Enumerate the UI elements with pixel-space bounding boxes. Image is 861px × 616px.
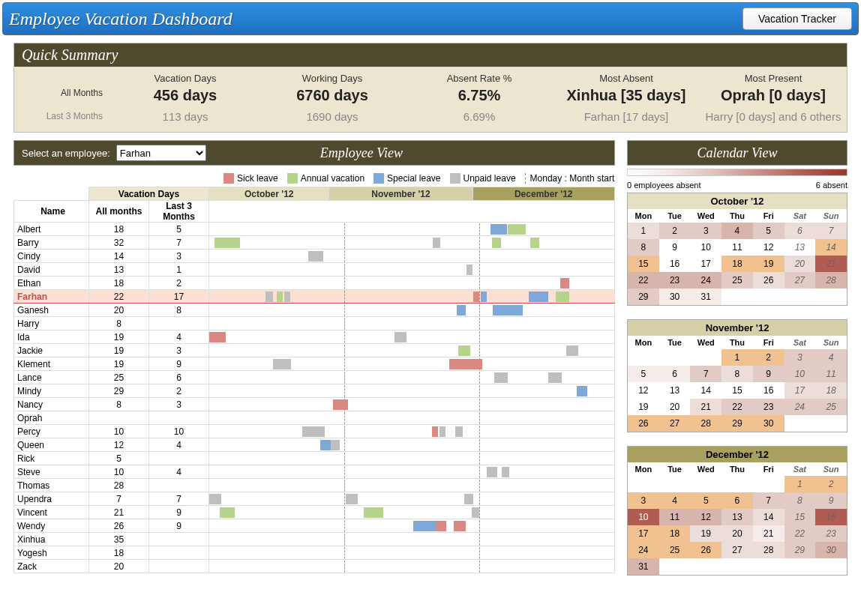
calendar-day[interactable]: 11 (659, 509, 691, 525)
table-row[interactable]: Rick 5 (14, 452, 615, 465)
calendar-day[interactable]: 23 (659, 272, 691, 289)
calendar-day[interactable]: 20 (784, 256, 816, 272)
calendar-day[interactable]: 18 (659, 525, 691, 542)
table-row[interactable]: Nancy 8 3 (14, 398, 615, 411)
calendar-day[interactable]: 8 (722, 366, 753, 382)
calendar-day[interactable]: 1 (784, 476, 816, 492)
calendar-day[interactable]: 15 (628, 256, 659, 272)
calendar-day[interactable]: 3 (690, 223, 722, 239)
calendar-day[interactable]: 23 (815, 525, 847, 542)
table-row[interactable]: David 13 1 (14, 263, 615, 277)
calendar-day[interactable]: 17 (628, 525, 659, 542)
calendar-day[interactable]: 29 (784, 542, 816, 558)
table-row[interactable]: Harry 8 (14, 317, 615, 330)
calendar-day[interactable]: 25 (659, 542, 691, 558)
table-row[interactable]: Farhan 22 17 (14, 290, 615, 304)
table-row[interactable]: Thomas 28 (14, 479, 615, 492)
calendar-day[interactable]: 12 (753, 239, 784, 256)
table-row[interactable]: Albert 18 5 (14, 223, 615, 236)
vacation-tracker-button[interactable]: Vacation Tracker (742, 7, 852, 30)
calendar-day[interactable]: 5 (690, 492, 722, 509)
calendar-day[interactable]: 25 (815, 399, 847, 415)
table-row[interactable]: Vincent 21 9 (14, 506, 615, 519)
table-row[interactable]: Upendra 7 7 (14, 492, 615, 506)
calendar-day[interactable]: 10 (628, 509, 659, 525)
calendar-day[interactable]: 4 (722, 223, 753, 239)
calendar-day[interactable]: 8 (628, 239, 659, 256)
calendar-day[interactable]: 14 (753, 509, 784, 525)
calendar-day[interactable]: 23 (753, 399, 784, 415)
calendar-day[interactable]: 30 (659, 289, 691, 305)
table-row[interactable]: Xinhua 35 (14, 533, 615, 546)
calendar-day[interactable]: 14 (815, 239, 847, 256)
calendar-day[interactable]: 17 (690, 256, 722, 272)
calendar-day[interactable]: 9 (659, 239, 691, 256)
calendar-day[interactable]: 19 (690, 525, 722, 542)
calendar-day[interactable]: 11 (722, 239, 753, 256)
calendar-day[interactable]: 21 (690, 399, 722, 415)
calendar-day[interactable]: 19 (628, 399, 659, 415)
calendar-day[interactable]: 26 (753, 272, 784, 289)
calendar-day[interactable]: 18 (815, 382, 847, 399)
calendar-day[interactable]: 20 (659, 399, 691, 415)
calendar-day[interactable]: 1 (722, 349, 753, 366)
calendar-day[interactable]: 18 (722, 256, 753, 272)
calendar-day[interactable]: 26 (690, 542, 722, 558)
table-row[interactable]: Queen 12 4 (14, 438, 615, 452)
calendar-day[interactable]: 6 (659, 366, 691, 382)
calendar-day[interactable]: 24 (784, 399, 816, 415)
calendar-day[interactable]: 2 (815, 476, 847, 492)
calendar-day[interactable]: 16 (753, 382, 784, 399)
calendar-day[interactable]: 9 (815, 492, 847, 509)
table-row[interactable]: Ida 19 4 (14, 330, 615, 344)
table-row[interactable]: Steve 10 4 (14, 465, 615, 479)
calendar-day[interactable]: 14 (690, 382, 722, 399)
calendar-day[interactable]: 3 (784, 349, 816, 366)
table-row[interactable]: Lance 25 6 (14, 371, 615, 384)
table-row[interactable]: Oprah (14, 411, 615, 425)
calendar-day[interactable]: 24 (690, 272, 722, 289)
calendar-day[interactable]: 22 (784, 525, 816, 542)
table-row[interactable]: Percy 10 10 (14, 425, 615, 438)
table-row[interactable]: Ethan 18 2 (14, 277, 615, 290)
calendar-day[interactable]: 16 (659, 256, 691, 272)
calendar-day[interactable]: 24 (628, 542, 659, 558)
table-row[interactable]: Klement 19 9 (14, 357, 615, 371)
table-row[interactable]: Zack 20 (14, 560, 615, 573)
calendar-day[interactable]: 10 (784, 366, 816, 382)
calendar-day[interactable]: 15 (722, 382, 753, 399)
calendar-day[interactable]: 4 (659, 492, 691, 509)
calendar-day[interactable]: 5 (628, 366, 659, 382)
calendar-day[interactable]: 13 (722, 509, 753, 525)
table-row[interactable]: Ganesh 20 8 (14, 304, 615, 317)
calendar-day[interactable]: 22 (722, 399, 753, 415)
calendar-day[interactable]: 17 (784, 382, 816, 399)
calendar-day[interactable]: 27 (659, 415, 691, 432)
calendar-day[interactable]: 15 (784, 509, 816, 525)
calendar-day[interactable]: 2 (753, 349, 784, 366)
calendar-day[interactable]: 21 (753, 525, 784, 542)
calendar-day[interactable]: 12 (690, 509, 722, 525)
calendar-day[interactable]: 25 (722, 272, 753, 289)
calendar-day[interactable]: 7 (815, 223, 847, 239)
calendar-day[interactable]: 31 (628, 558, 659, 575)
calendar-day[interactable]: 19 (753, 256, 784, 272)
calendar-day[interactable]: 29 (628, 289, 659, 305)
calendar-day[interactable]: 28 (753, 542, 784, 558)
calendar-day[interactable]: 27 (722, 542, 753, 558)
calendar-day[interactable]: 28 (690, 415, 722, 432)
calendar-day[interactable]: 26 (628, 415, 659, 432)
calendar-day[interactable]: 9 (753, 366, 784, 382)
calendar-day[interactable]: 30 (815, 542, 847, 558)
calendar-day[interactable]: 29 (722, 415, 753, 432)
calendar-day[interactable]: 1 (628, 223, 659, 239)
employee-select[interactable]: AlbertBarryCindyDavidEthanFarhanGaneshHa… (116, 145, 206, 161)
calendar-day[interactable]: 2 (659, 223, 691, 239)
table-row[interactable]: Mindy 29 2 (14, 384, 615, 398)
table-row[interactable]: Jackie 19 3 (14, 344, 615, 357)
table-row[interactable]: Wendy 26 9 (14, 519, 615, 533)
calendar-day[interactable]: 16 (815, 509, 847, 525)
calendar-day[interactable]: 12 (628, 382, 659, 399)
calendar-day[interactable]: 7 (690, 366, 722, 382)
calendar-day[interactable]: 4 (815, 349, 847, 366)
